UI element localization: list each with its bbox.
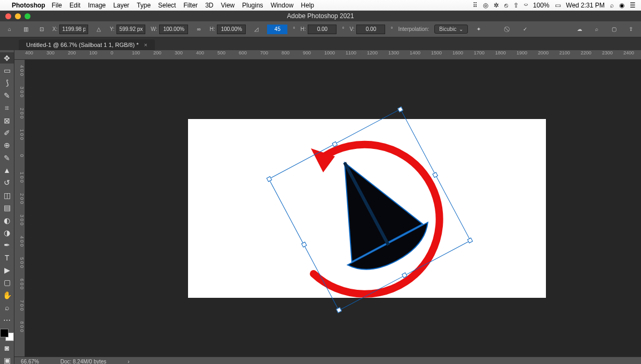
horizontal-ruler: 4003002001000100200300400500600700800900…	[14, 50, 641, 60]
heal-tool[interactable]: ⊕	[0, 140, 14, 151]
menu-image[interactable]: Image	[88, 2, 106, 9]
transform-bounds[interactable]	[269, 108, 471, 311]
handle-left[interactable]	[301, 241, 307, 247]
sync-icon[interactable]: ◎	[483, 2, 488, 9]
clone-stamp-tool[interactable]: ▲	[0, 164, 14, 176]
eyedropper-tool[interactable]: ✐	[0, 127, 14, 138]
edit-toolbar[interactable]: ⋯	[0, 314, 14, 326]
menu-view[interactable]: View	[221, 2, 234, 9]
menu-3d[interactable]: 3D	[205, 2, 213, 9]
status-chevron-icon[interactable]: ›	[128, 359, 129, 364]
commit-transform-button[interactable]: ✓	[519, 23, 531, 35]
search-icon[interactable]: ⌕	[591, 23, 603, 35]
transform-ref-icon[interactable]: ▥	[20, 24, 31, 35]
bluetooth-icon[interactable]: ⎋	[504, 2, 508, 9]
handle-bottom-left[interactable]	[336, 307, 342, 313]
type-tool[interactable]: T	[0, 252, 14, 263]
warp-icon[interactable]: ✦	[473, 24, 484, 35]
menu-file[interactable]: File	[52, 2, 62, 9]
cancel-transform-button[interactable]: ⃠	[502, 23, 514, 35]
ref-point-icon[interactable]: ⊡	[36, 24, 47, 35]
close-tab-icon[interactable]: ×	[144, 42, 147, 48]
menu-select[interactable]: Select	[158, 2, 176, 9]
handle-top-left[interactable]	[267, 176, 272, 182]
menu-plugins[interactable]: Plugins	[242, 2, 263, 9]
rotation-input[interactable]	[267, 25, 287, 34]
home-icon[interactable]: ⌂	[4, 24, 15, 35]
updates-icon[interactable]: ✲	[494, 2, 499, 9]
menu-layer[interactable]: Layer	[113, 2, 129, 9]
handle-right[interactable]	[432, 172, 438, 178]
pen-tool[interactable]: ✒	[0, 240, 14, 251]
handle-bottom[interactable]	[402, 272, 408, 278]
history-brush-tool[interactable]: ↺	[0, 177, 14, 188]
menu-type[interactable]: Type	[137, 2, 151, 9]
vskew-input[interactable]	[356, 25, 385, 34]
color-swatch-pair[interactable]	[0, 329, 14, 341]
share-icon[interactable]: ⇪	[625, 23, 637, 35]
siri-icon[interactable]: ◉	[619, 2, 624, 9]
document-tab-row: Untitled-1 @ 66.7% (Sailboat 1 1, RGB/8)…	[0, 37, 641, 50]
handle-top-right[interactable]	[397, 106, 403, 112]
canvas-stage[interactable]	[25, 60, 641, 357]
doc-size[interactable]: Doc: 8.24M/0 bytes	[60, 359, 106, 364]
artboard	[188, 119, 546, 298]
spotlight-icon[interactable]: ⌕	[610, 2, 614, 9]
battery-text: 100%	[533, 2, 550, 9]
delta-icon[interactable]: △	[93, 24, 104, 35]
menu-window[interactable]: Window	[271, 2, 294, 9]
frame-tool[interactable]: ⊠	[0, 115, 14, 126]
dodge-tool[interactable]: ◑	[0, 227, 14, 238]
zoom-level[interactable]: 66.67%	[21, 359, 39, 364]
screen-mode-tool[interactable]: ▣	[0, 355, 14, 364]
y-label: Y:	[110, 26, 114, 32]
marquee-tool[interactable]: ▭	[0, 65, 14, 76]
quick-mask-tool[interactable]: ◙	[0, 342, 14, 353]
hand-tool[interactable]: ✋	[0, 289, 14, 300]
lasso-tool[interactable]: ⟆	[0, 77, 14, 89]
path-select-tool[interactable]: ▶	[0, 264, 14, 275]
hskew-input[interactable]	[308, 25, 337, 34]
workspace-icon[interactable]: ▢	[608, 23, 620, 35]
battery-icon[interactable]: ▭	[555, 2, 561, 9]
menu-help[interactable]: Help	[301, 2, 314, 9]
document-tab[interactable]: Untitled-1 @ 66.7% (Sailboat 1 1, RGB/8)…	[19, 39, 155, 50]
blur-tool[interactable]: ◐	[0, 215, 14, 226]
quick-select-tool[interactable]: ✎	[0, 90, 14, 101]
rotate-icon: ◿	[251, 24, 262, 35]
x-input[interactable]	[59, 25, 88, 34]
app-name[interactable]: Photoshop	[12, 2, 45, 9]
interpolation-select[interactable]: Bicubic⌄	[434, 25, 467, 34]
eraser-tool[interactable]: ◫	[0, 189, 14, 201]
y-input[interactable]	[116, 25, 145, 34]
wifi-icon[interactable]: ⌔	[524, 2, 528, 9]
handle-top[interactable]	[332, 141, 338, 147]
cloud-docs-icon[interactable]: ☁	[574, 23, 585, 35]
w-input[interactable]	[159, 25, 188, 34]
h-label: H:	[209, 26, 215, 32]
menu-filter[interactable]: Filter	[183, 2, 198, 9]
crop-tool[interactable]: ⌗	[0, 102, 14, 114]
handle-bottom-right[interactable]	[467, 238, 473, 243]
x-label: X:	[52, 26, 57, 32]
window-titlebar: Adobe Photoshop 2021	[0, 11, 641, 21]
shape-tool[interactable]: ▢	[0, 277, 14, 288]
control-center-icon[interactable]: ☰	[630, 2, 636, 9]
clock[interactable]: Wed 2:31 PM	[566, 2, 605, 9]
move-tool[interactable]: ✥	[0, 52, 14, 64]
vertical-ruler: 4 0 03 0 02 0 01 0 001 0 02 0 03 0 04 0 …	[14, 60, 25, 357]
document-tab-label: Untitled-1 @ 66.7% (Sailboat 1 1, RGB/8)…	[26, 42, 139, 48]
mac-menubar: Photoshop File Edit Image Layer Type Sel…	[0, 0, 641, 11]
dropbox-icon[interactable]: ⠿	[473, 2, 478, 9]
zoom-tool[interactable]: ⌕	[0, 302, 14, 313]
link-wh-icon[interactable]: ∞	[193, 24, 204, 35]
tool-strip: ✥ ▭ ⟆ ✎ ⌗ ⊠ ✐ ⊕ ✎ ▲ ↺ ◫ ▤ ◐ ◑ ✒ T ▶ ▢ ✋ …	[0, 50, 14, 364]
gradient-tool[interactable]: ▤	[0, 202, 14, 213]
sailboat-shape	[286, 126, 452, 292]
interp-label: Interpolation:	[398, 26, 429, 32]
brush-tool[interactable]: ✎	[0, 152, 14, 163]
menu-edit[interactable]: Edit	[69, 2, 81, 9]
h-input[interactable]	[217, 25, 246, 34]
w-label: W:	[151, 26, 157, 32]
airdrop-icon[interactable]: ⇪	[513, 2, 519, 9]
